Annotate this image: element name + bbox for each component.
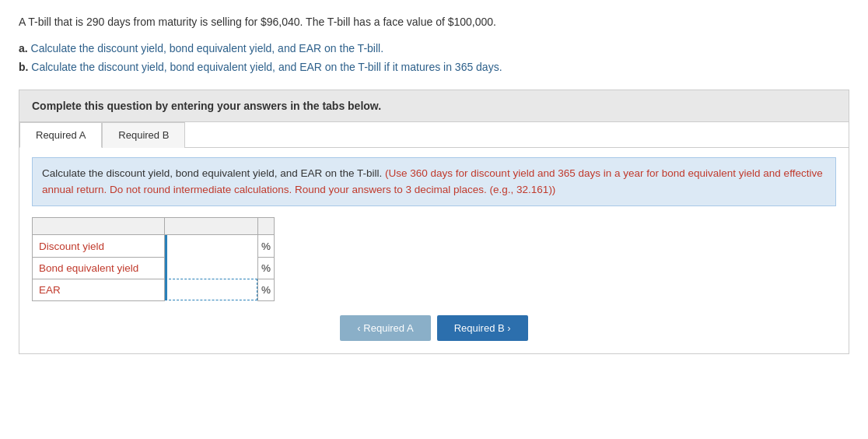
table-row: Bond equivalent yield % <box>33 257 275 279</box>
tab-required-a[interactable]: Required A <box>19 122 102 148</box>
table-row: Discount yield % <box>33 235 275 258</box>
next-chevron-icon: › <box>507 322 510 334</box>
discount-yield-input[interactable] <box>165 235 257 257</box>
prev-chevron-icon: ‹ <box>357 322 360 334</box>
next-button[interactable]: Required B › <box>437 315 528 341</box>
part-a-text: Calculate the discount yield, bond equiv… <box>31 42 383 54</box>
row-discount-yield-input-cell <box>165 235 258 258</box>
buttons-row: ‹ Required A Required B › <box>32 315 836 341</box>
tabs-container: Required A Required B Calculate the disc… <box>19 122 849 354</box>
description-plain: Calculate the discount yield, bond equiv… <box>42 167 382 179</box>
ear-input[interactable] <box>165 279 257 300</box>
part-a-label: a. <box>19 42 28 54</box>
row-bond-yield-label: Bond equivalent yield <box>33 257 165 279</box>
table-row: EAR % <box>33 279 275 300</box>
intro-text: A T-bill that is 290 days from maturity … <box>19 14 849 30</box>
header-cell-unit <box>258 218 275 235</box>
next-button-label: Required B <box>454 322 505 334</box>
part-b-label: b. <box>19 61 28 73</box>
row-bond-yield-unit: % <box>258 257 275 279</box>
header-cell-input <box>165 218 258 235</box>
instruction-text: Complete this question by entering your … <box>32 100 381 112</box>
question-parts: a. Calculate the discount yield, bond eq… <box>19 40 849 77</box>
part-b-text: Calculate the discount yield, bond equiv… <box>31 61 502 73</box>
row-bond-yield-input-cell <box>165 257 258 279</box>
part-a: a. Calculate the discount yield, bond eq… <box>19 40 849 58</box>
header-cell-label <box>33 218 165 235</box>
tab-description: Calculate the discount yield, bond equiv… <box>32 157 836 207</box>
bond-equivalent-yield-input[interactable] <box>165 257 257 279</box>
row-discount-yield-label: Discount yield <box>33 235 165 258</box>
tab-content-required-a: Calculate the discount yield, bond equiv… <box>19 148 849 353</box>
row-ear-label: EAR <box>33 279 165 300</box>
part-b: b. Calculate the discount yield, bond eq… <box>19 58 849 77</box>
row-ear-input-cell <box>165 279 258 300</box>
tab-required-b[interactable]: Required B <box>102 122 185 148</box>
row-discount-yield-unit: % <box>258 235 275 258</box>
prev-button[interactable]: ‹ Required A <box>340 315 430 341</box>
instruction-box: Complete this question by entering your … <box>19 90 849 122</box>
answer-table: Discount yield % Bond equivalent yield %… <box>32 217 275 301</box>
row-ear-unit: % <box>258 279 275 300</box>
tabs-row: Required A Required B <box>19 122 849 148</box>
prev-button-label: Required A <box>363 322 413 334</box>
table-header-row <box>33 218 275 235</box>
